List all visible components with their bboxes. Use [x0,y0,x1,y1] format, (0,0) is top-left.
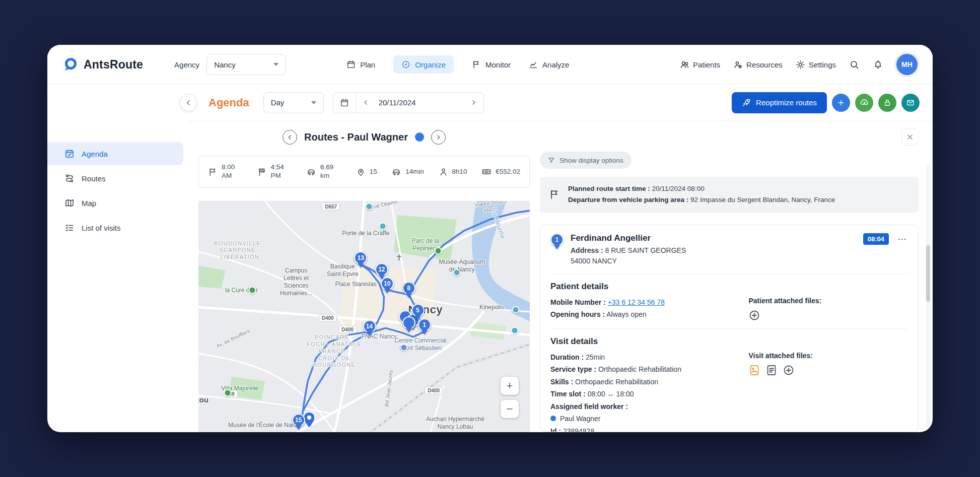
patients-icon [680,60,689,70]
route-title: Routes - Paul Wagner [304,131,408,143]
add-button[interactable] [832,94,850,112]
nav-item-monitor[interactable]: Monitor [472,55,511,74]
sidebar-item-label: Map [82,199,96,208]
departure-row: Departure from vehicle parking area : 92… [568,194,835,206]
nav-item-settings[interactable]: Settings [796,55,836,74]
previous-day-button[interactable] [357,93,376,113]
chevron-down-icon [311,101,316,104]
section-title: Patient details [550,282,738,292]
map-marker-stop[interactable] [402,316,415,329]
sidebar-item-map[interactable]: Map [47,191,183,215]
calendar-icon [346,60,356,69]
map-label: Musée de l'École de Nancy [228,422,301,429]
map-label: Place Stanislas [335,281,377,288]
map-icon [64,198,75,208]
map-marker-1[interactable]: 1 [418,318,431,331]
nav-label: Resources [746,60,783,69]
nav-label: Patients [693,60,720,69]
agenda-toolbar: Agenda Day 20/11/2024 [188,84,933,121]
stat-driving-time: 14min [391,167,424,177]
map-label: POINCARÉ - FOCH - ANATOLE FRANCE - CROIX… [307,334,362,369]
map-marker-13[interactable]: 13 [354,251,367,264]
map-marker-10[interactable]: 10 [381,277,394,290]
agency-label: Agency [174,60,199,69]
route-stats-bar: 8:00 AM 4:54 PM 6.69 km 15 [198,156,530,188]
gear-icon [796,60,805,70]
patient-name: Ferdinand Angellier [571,233,686,243]
agency-select[interactable]: Nancy [206,54,286,75]
checklist-icon [64,223,75,233]
cloud-sync-button[interactable] [855,94,873,112]
nav-item-analyze[interactable]: Analyze [529,55,569,74]
route-icon [64,173,75,183]
brand-name: AntsRoute [84,58,143,72]
chart-icon [529,60,538,69]
road-badge: D657 [322,203,340,211]
document-file-icon[interactable] [765,364,778,376]
nav-item-resources[interactable]: Resources [733,55,783,74]
map-label: Av. de Boufflers [215,327,251,350]
map-marker-8[interactable]: 8 [402,282,415,295]
worker-color-dot [550,416,556,421]
road-badge: D400 [338,325,357,333]
user-avatar[interactable]: MH [896,54,918,75]
route-color-dot [415,132,424,142]
top-navbar: AntsRoute Agency Nancy Plan Organize Mon… [47,45,933,84]
map-marker-12[interactable]: 12 [375,263,388,276]
chevron-left-icon [362,99,370,106]
show-display-options-button[interactable]: Show display options [540,152,632,169]
next-day-button[interactable] [464,93,483,113]
calendar-icon [340,98,349,107]
collapse-sidebar-button[interactable] [180,94,197,111]
route-panel: Routes - Paul Wagner 8:00 AM [198,121,530,432]
visit-menu-button[interactable] [896,233,908,245]
poi-icon [453,269,460,277]
nav-item-patients[interactable]: Patients [680,55,720,74]
send-mail-button[interactable] [901,94,920,112]
nav-item-plan[interactable]: Plan [346,55,375,74]
next-route-button[interactable] [431,130,446,145]
patient-details-section: Patient details Mobile Number : +33 6 12… [550,282,908,321]
map-zoom-controls: + − [501,377,519,418]
close-panel-button[interactable] [901,128,919,146]
visit-id-row: Id : 23894828 [550,425,738,432]
map-label: La Meurthe [490,209,507,240]
nav-label: Settings [809,60,836,69]
visit-details-section: Visit details Duration : 25min Service t… [550,336,908,432]
duration-row: Duration : 25min [550,351,738,364]
search-button[interactable] [849,59,860,70]
zoom-out-button[interactable]: − [501,400,519,418]
image-file-icon[interactable] [748,364,760,376]
view-mode-select[interactable]: Day [263,92,324,113]
lock-button[interactable] [878,94,896,112]
add-patient-file-icon[interactable] [748,309,760,321]
person-icon [439,167,448,177]
banknote-icon [481,167,492,177]
visit-card: 1 Ferdinand Angellier Address : 8 RUE SA… [540,225,919,432]
chevron-left-icon [184,99,192,107]
reoptimize-routes-button[interactable]: Reoptimize routes [732,92,827,113]
sidebar-item-agenda[interactable]: Agenda [47,142,183,165]
previous-route-button[interactable] [283,130,297,145]
zoom-in-button[interactable]: + [501,377,519,395]
calendar-check-icon [64,149,75,159]
nav-label: Analyze [542,60,569,69]
map-label: Musée-Aquarium de Nancy [439,258,484,274]
map-marker-14[interactable]: 14 [363,320,376,333]
notifications-button[interactable] [873,59,883,70]
sidebar-item-label: Routes [82,174,106,183]
map-marker-5[interactable]: 5 [411,304,425,317]
sidebar-item-routes[interactable]: Routes [47,167,183,190]
route-map[interactable]: Rue OberlinViaduc Louis MarinLa MeurtheP… [198,201,530,432]
add-visit-file-icon[interactable] [783,364,795,376]
calendar-button[interactable] [333,93,357,113]
patient-files-label: Patient attached files: [748,297,908,305]
start-flag-icon [208,167,218,177]
poi-icon [365,203,373,211]
nav-item-organize[interactable]: Organize [393,55,454,74]
antsroute-logo[interactable]: AntsRoute [62,56,143,73]
scrollbar-thumb[interactable] [926,245,930,302]
mobile-number-link[interactable]: +33 6 12 34 56 78 [608,298,665,306]
map-marker-15[interactable]: 15 [292,414,305,427]
sidebar-item-list-of-visits[interactable]: List of visits [47,216,183,239]
